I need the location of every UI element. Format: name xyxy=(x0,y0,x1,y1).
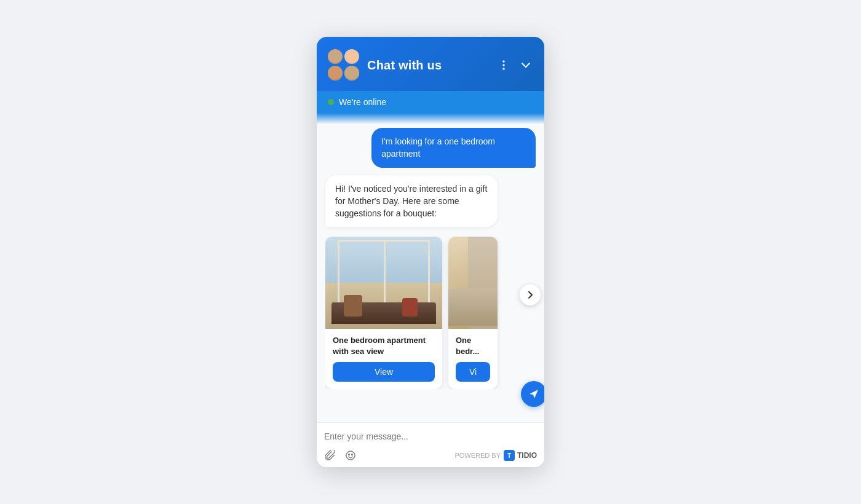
svg-point-3 xyxy=(346,451,355,460)
chair-right xyxy=(402,298,418,317)
input-row xyxy=(324,429,537,444)
powered-by-text: POWERED BY xyxy=(454,452,501,459)
avatar-4 xyxy=(344,66,359,81)
user-bubble-1: I'm looking for a one bedroom apartment xyxy=(371,128,536,168)
avatar-2 xyxy=(344,49,359,64)
product-card-2-image xyxy=(448,237,498,329)
chat-widget: Chat with us We're online I'm lookin xyxy=(317,37,544,467)
chat-title: Chat with us xyxy=(367,58,489,73)
product-card-2-body: One bedr... Vi xyxy=(448,329,498,388)
online-indicator xyxy=(328,99,334,105)
avatar-3 xyxy=(328,66,343,81)
collapse-button[interactable] xyxy=(518,58,533,73)
emoji-icon xyxy=(345,450,356,461)
messages-area: I'm looking for a one bedroom apartment … xyxy=(317,113,544,422)
svg-point-0 xyxy=(502,60,505,63)
svg-point-5 xyxy=(352,454,353,455)
product-card-1-title: One bedroom apartment with sea view xyxy=(333,335,435,356)
send-button[interactable] xyxy=(521,381,544,407)
chevron-down-icon xyxy=(520,59,532,71)
product-cards-wrapper: One bedroom apartment with sea view View… xyxy=(325,234,536,388)
tidio-logo: TIDIO xyxy=(504,450,537,461)
tidio-icon xyxy=(504,450,515,461)
apartment-image-1 xyxy=(325,237,442,329)
product-card-1-image xyxy=(325,237,442,329)
powered-by: POWERED BY TIDIO xyxy=(454,450,537,461)
header-icons xyxy=(496,58,533,73)
chair-left xyxy=(344,295,362,317)
chat-header: Chat with us xyxy=(317,37,544,91)
attach-icon xyxy=(325,450,336,461)
svg-point-1 xyxy=(502,64,505,66)
sofa-shape xyxy=(448,289,498,326)
view-button-2[interactable]: Vi xyxy=(456,362,490,382)
product-card-1: One bedroom apartment with sea view View xyxy=(325,237,442,388)
apartment-image-2 xyxy=(448,237,498,329)
product-card-1-body: One bedroom apartment with sea view View xyxy=(325,329,442,388)
svg-point-4 xyxy=(349,454,350,455)
more-options-button[interactable] xyxy=(496,58,511,73)
message-input[interactable] xyxy=(324,429,537,444)
user-message-1: I'm looking for a one bedroom apartment xyxy=(325,128,536,168)
view-button-1[interactable]: View xyxy=(333,362,435,382)
next-card-button[interactable] xyxy=(520,285,541,305)
online-text: We're online xyxy=(339,97,386,107)
input-tools: POWERED BY TIDIO xyxy=(324,449,537,462)
tidio-name: TIDIO xyxy=(517,451,537,460)
attach-button[interactable] xyxy=(324,449,338,462)
send-icon xyxy=(528,388,539,400)
avatar-1 xyxy=(328,49,343,64)
product-card-2: One bedr... Vi xyxy=(448,237,498,388)
emoji-button[interactable] xyxy=(344,449,357,462)
svg-point-2 xyxy=(502,68,505,70)
chevron-right-icon xyxy=(526,291,534,299)
bot-message-1: Hi! I've noticed you're interested in a … xyxy=(325,175,536,227)
online-status-bar: We're online xyxy=(317,91,544,113)
bot-bubble-1: Hi! I've noticed you're interested in a … xyxy=(325,175,498,227)
more-icon xyxy=(498,59,510,71)
avatar-group xyxy=(328,49,360,81)
input-area: POWERED BY TIDIO xyxy=(317,422,544,467)
product-cards-carousel: One bedroom apartment with sea view View… xyxy=(325,237,536,388)
product-card-2-title: One bedr... xyxy=(456,335,490,356)
